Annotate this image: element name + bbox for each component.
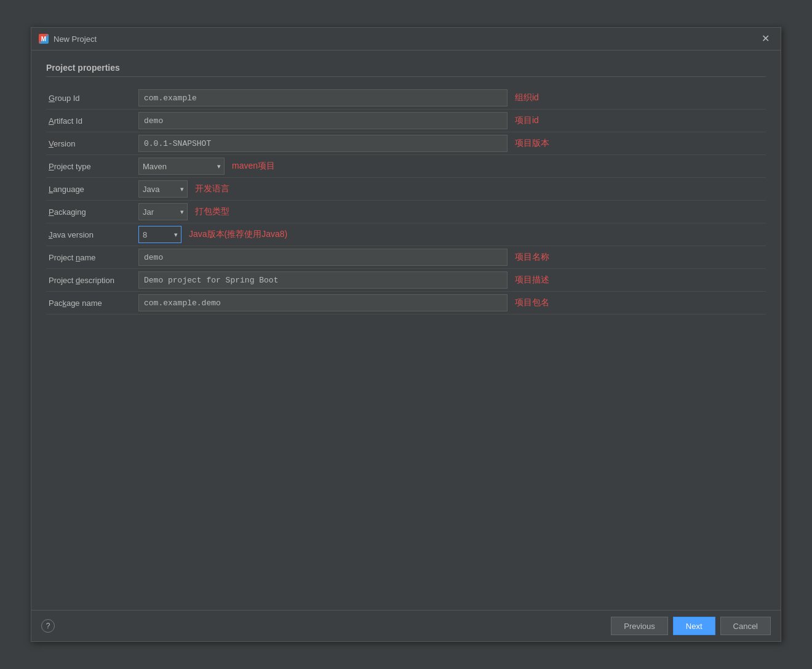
project-description-label: Project description	[46, 276, 138, 285]
version-input-area: 项目版本	[138, 135, 766, 152]
version-row: Version 项目版本	[46, 132, 766, 155]
group-id-label: Group Id	[46, 94, 138, 103]
project-name-label: Project name	[46, 253, 138, 262]
project-type-label: Project type	[46, 162, 138, 171]
footer-right: Previous Next Cancel	[611, 617, 771, 635]
artifact-id-label: Artifact Id	[46, 116, 138, 126]
packaging-row: Packaging Jar War 打包类型	[46, 201, 766, 223]
project-description-row: Project description 项目描述	[46, 269, 766, 292]
section-title: Project properties	[46, 63, 766, 77]
footer-left: ?	[41, 619, 55, 633]
dialog-title: New Project	[54, 34, 97, 44]
packaging-select[interactable]: Jar War	[138, 203, 188, 220]
package-name-input[interactable]	[138, 294, 507, 311]
previous-button[interactable]: Previous	[611, 617, 668, 635]
project-description-input[interactable]	[138, 271, 507, 289]
version-annotation: 项目版本	[515, 138, 549, 149]
artifact-id-input-area: 项目id	[138, 112, 766, 129]
group-id-input-area: 组织id	[138, 89, 766, 106]
packaging-annotation: 打包类型	[195, 206, 229, 217]
java-version-annotation: Java版本(推荐使用Java8)	[189, 229, 287, 240]
group-id-row: Group Id 组织id	[46, 87, 766, 110]
java-version-select-wrapper: 8 11 17 21	[138, 226, 181, 243]
project-name-annotation: 项目名称	[515, 252, 549, 263]
cancel-button[interactable]: Cancel	[720, 617, 771, 635]
version-input[interactable]	[138, 135, 507, 152]
project-type-annotation: maven项目	[232, 161, 275, 172]
packaging-input-area: Jar War 打包类型	[138, 203, 766, 220]
footer: ? Previous Next Cancel	[31, 610, 781, 641]
dialog-content: Project properties Group Id 组织id Artifac…	[31, 50, 781, 327]
package-name-annotation: 项目包名	[515, 297, 549, 308]
project-type-select-wrapper: Maven Gradle	[138, 158, 225, 175]
artifact-id-annotation: 项目id	[515, 115, 539, 126]
close-button[interactable]: ✕	[758, 33, 773, 45]
package-name-row: Package name 项目包名	[46, 292, 766, 314]
title-bar: M New Project ✕	[31, 28, 781, 50]
project-description-annotation: 项目描述	[515, 274, 549, 286]
java-version-row: Java version 8 11 17 21 Java版本(推荐使用Java8…	[46, 223, 766, 246]
packaging-select-wrapper: Jar War	[138, 203, 188, 220]
language-label: Language	[46, 185, 138, 194]
language-select[interactable]: Java Kotlin Groovy	[138, 180, 188, 198]
project-type-select[interactable]: Maven Gradle	[138, 158, 225, 175]
artifact-id-row: Artifact Id 项目id	[46, 110, 766, 132]
artifact-id-input[interactable]	[138, 112, 507, 129]
java-version-select[interactable]: 8 11 17 21	[138, 226, 181, 243]
empty-space	[31, 327, 781, 610]
package-name-label: Package name	[46, 298, 138, 308]
project-description-input-area: 项目描述	[138, 271, 766, 289]
project-name-row: Project name 项目名称	[46, 246, 766, 269]
java-version-label: Java version	[46, 230, 138, 239]
new-project-dialog: M New Project ✕ Project properties Group…	[31, 27, 781, 642]
group-id-input[interactable]	[138, 89, 507, 106]
packaging-label: Packaging	[46, 207, 138, 217]
language-input-area: Java Kotlin Groovy 开发语言	[138, 180, 766, 198]
language-row: Language Java Kotlin Groovy 开发语言	[46, 178, 766, 201]
form-area: Group Id 组织id Artifact Id 项目id	[46, 87, 766, 314]
project-type-input-area: Maven Gradle maven项目	[138, 158, 766, 175]
project-type-row: Project type Maven Gradle maven项目	[46, 155, 766, 178]
project-name-input[interactable]	[138, 249, 507, 266]
next-button[interactable]: Next	[673, 617, 715, 635]
help-button[interactable]: ?	[41, 619, 55, 633]
java-version-input-area: 8 11 17 21 Java版本(推荐使用Java8)	[138, 226, 766, 243]
group-id-annotation: 组织id	[515, 92, 539, 103]
version-label: Version	[46, 139, 138, 148]
language-annotation: 开发语言	[195, 183, 229, 194]
package-name-input-area: 项目包名	[138, 294, 766, 311]
language-select-wrapper: Java Kotlin Groovy	[138, 180, 188, 198]
app-icon: M	[39, 34, 49, 44]
project-name-input-area: 项目名称	[138, 249, 766, 266]
